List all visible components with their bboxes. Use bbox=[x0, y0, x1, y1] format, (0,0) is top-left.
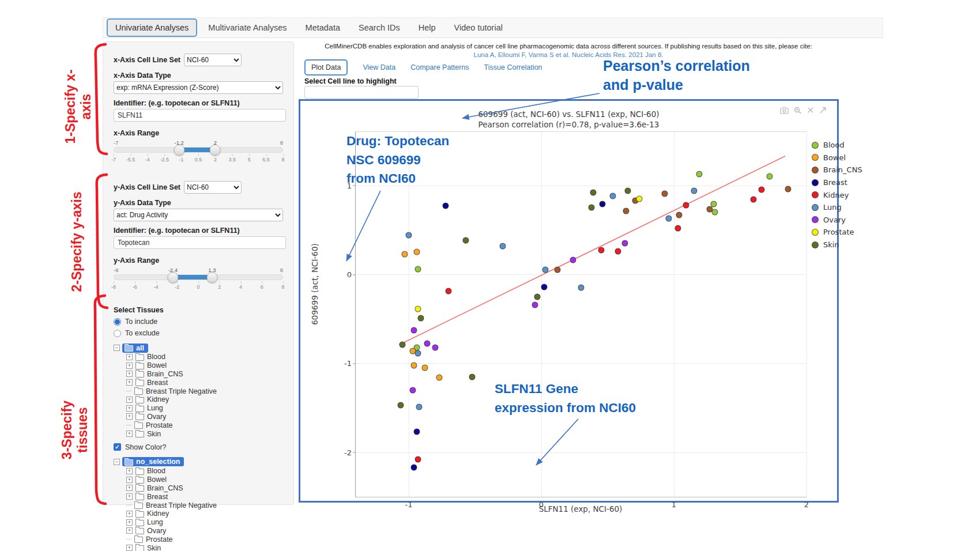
legend-item-prostate[interactable]: Prostate bbox=[812, 226, 862, 239]
expand-icon[interactable]: + bbox=[126, 545, 133, 551]
tree-root-label: all bbox=[136, 344, 144, 352]
tree-item-breast-triple-negative[interactable]: Breast Triple Negative bbox=[114, 501, 283, 510]
nav-tab-metadata[interactable]: Metadata bbox=[298, 20, 348, 36]
tree-item-breast-triple-negative[interactable]: Breast Triple Negative bbox=[114, 387, 283, 395]
tree-root-no_selection[interactable]: −no_selection bbox=[114, 457, 283, 467]
legend-item-lung[interactable]: Lung bbox=[812, 201, 862, 214]
legend-item-ovary[interactable]: Ovary bbox=[812, 214, 862, 227]
expand-icon[interactable]: + bbox=[126, 371, 133, 377]
tissues-include-radio[interactable]: To include bbox=[114, 318, 283, 326]
subtab-compare-patterns[interactable]: Compare Patterns bbox=[410, 63, 469, 71]
expand-icon[interactable]: + bbox=[126, 397, 133, 403]
slider-track[interactable] bbox=[114, 274, 283, 280]
tree-item-kidney[interactable]: +Kidney bbox=[114, 510, 283, 518]
expand-icon[interactable]: + bbox=[126, 468, 133, 474]
show-color-checkbox[interactable]: ✓ Show Color? bbox=[114, 443, 283, 451]
tree-root-all[interactable]: −all bbox=[114, 343, 283, 353]
tree-item-breast[interactable]: +Breast bbox=[114, 378, 283, 387]
expand-icon[interactable]: + bbox=[126, 405, 133, 412]
tree-item-ovary[interactable]: +Ovary bbox=[114, 527, 283, 535]
tree-item-blood[interactable]: +Blood bbox=[114, 467, 283, 475]
data-point-brain_cns bbox=[623, 208, 630, 214]
camera-icon[interactable] bbox=[780, 107, 789, 114]
expand-icon[interactable]: + bbox=[126, 519, 133, 526]
data-point-ovary bbox=[411, 327, 417, 334]
nav-tab-univariate-analyses[interactable]: Univariate Analyses bbox=[107, 18, 197, 37]
tree-item-skin[interactable]: +Skin bbox=[114, 429, 283, 438]
y-range-slider[interactable]: -88-2.41.3-8-6-4-202468 bbox=[114, 267, 283, 296]
legend-item-kidney[interactable]: Kidney bbox=[812, 188, 862, 201]
legend-swatch bbox=[812, 179, 819, 186]
y-identifier-input[interactable] bbox=[114, 236, 286, 249]
tree-item-skin[interactable]: +Skin bbox=[114, 544, 283, 551]
tree-item-bowel[interactable]: +Bowel bbox=[114, 361, 283, 370]
expand-icon[interactable]: + bbox=[126, 511, 133, 517]
data-point-blood bbox=[415, 266, 421, 272]
highlight-cell-line-input[interactable] bbox=[304, 86, 419, 99]
expand-icon[interactable]: + bbox=[126, 413, 133, 420]
x-data-type-select[interactable]: exp: mRNA Expression (Z-Score) bbox=[114, 81, 283, 94]
data-point-blood bbox=[766, 173, 772, 180]
expand-icon[interactable]: + bbox=[126, 363, 133, 369]
tree-item-prostate[interactable]: Prostate bbox=[114, 421, 283, 429]
legend-item-breast[interactable]: Breast bbox=[812, 176, 862, 189]
tree-item-ovary[interactable]: +Ovary bbox=[114, 413, 283, 421]
expand-icon[interactable]: + bbox=[126, 354, 133, 360]
legend-item-bowel[interactable]: Bowel bbox=[812, 152, 862, 164]
collapse-icon[interactable]: − bbox=[114, 345, 120, 351]
tree-item-lung[interactable]: +Lung bbox=[114, 404, 283, 413]
slider-value-labels: -78-1.22 bbox=[114, 139, 283, 147]
data-point-lung bbox=[610, 193, 616, 199]
expand-icon[interactable]: + bbox=[126, 379, 133, 386]
slider-tick-labels: -7-5.5-4-2.5-10.523.556.58 bbox=[114, 154, 283, 164]
expand-icon[interactable]: + bbox=[126, 431, 133, 437]
data-point-kidney bbox=[683, 202, 689, 208]
y-data-type-select[interactable]: act: Drug Activity bbox=[114, 209, 283, 221]
expand-icon[interactable]: + bbox=[126, 477, 133, 483]
tree-item-kidney[interactable]: +Kidney bbox=[114, 395, 283, 404]
x-cell-line-set-select[interactable]: NCI-60 bbox=[184, 54, 242, 66]
expand-icon[interactable]: + bbox=[126, 527, 133, 534]
nav-tab-video-tutorial[interactable]: Video tutorial bbox=[447, 20, 510, 36]
legend-swatch bbox=[812, 204, 819, 211]
folder-icon bbox=[135, 511, 144, 518]
tree-item-blood[interactable]: +Blood bbox=[114, 353, 283, 361]
zoom-in-icon[interactable] bbox=[794, 107, 802, 114]
folder-icon bbox=[125, 459, 133, 466]
tree-item-breast[interactable]: +Breast bbox=[114, 492, 283, 501]
nav-tab-help[interactable]: Help bbox=[411, 20, 443, 36]
y-cell-line-set-label: y-Axis Cell Line Set bbox=[114, 183, 180, 191]
collapse-icon[interactable]: − bbox=[114, 459, 120, 465]
x-identifier-input[interactable] bbox=[114, 109, 286, 122]
subtab-plot-data[interactable]: Plot Data bbox=[304, 59, 348, 76]
y-cell-line-set-select[interactable]: NCI-60 bbox=[184, 181, 242, 194]
legend-item-skin[interactable]: Skin bbox=[812, 239, 862, 251]
legend-item-brain_cns[interactable]: Brain_CNS bbox=[812, 164, 862, 176]
tree-item-bowel[interactable]: +Bowel bbox=[114, 475, 283, 484]
expand-icon[interactable]: + bbox=[126, 485, 133, 491]
slider-tick: 8 bbox=[281, 157, 284, 163]
tissues-exclude-radio[interactable]: To exclude bbox=[114, 329, 283, 337]
expand-icon[interactable]: + bbox=[126, 493, 133, 500]
data-point-skin bbox=[590, 189, 596, 195]
tree-item-lung[interactable]: +Lung bbox=[114, 518, 283, 527]
drug-annotation: Drug: Topotecan NSC 609699 from NCI60 bbox=[346, 132, 449, 188]
subtab-view-data[interactable]: View Data bbox=[363, 63, 395, 71]
folder-icon bbox=[135, 477, 144, 484]
subtab-tissue-correlation[interactable]: Tissue Correlation bbox=[484, 63, 542, 71]
x-range-slider[interactable]: -78-1.22-7-5.5-4-2.5-10.523.556.58 bbox=[114, 139, 283, 168]
data-point-brain_cns bbox=[785, 186, 791, 192]
folder-icon bbox=[134, 503, 143, 509]
tree-item-prostate[interactable]: Prostate bbox=[114, 535, 283, 544]
legend-item-blood[interactable]: Blood bbox=[812, 139, 862, 152]
slider-track[interactable] bbox=[114, 147, 283, 153]
tissue-tree-include: −all+Blood+Bowel+Brain_CNS+BreastBreast … bbox=[114, 343, 283, 438]
expand-icon[interactable] bbox=[819, 107, 827, 114]
nav-tab-multivariate-analyses[interactable]: Multivariate Analyses bbox=[201, 20, 294, 36]
tree-item-brain_cns[interactable]: +Brain_CNS bbox=[114, 370, 283, 379]
tree-item-brain_cns[interactable]: +Brain_CNS bbox=[114, 484, 283, 493]
close-icon[interactable] bbox=[807, 107, 814, 114]
slider-tick: -5.5 bbox=[126, 157, 135, 163]
nav-tab-search-ids[interactable]: Search IDs bbox=[351, 20, 408, 36]
citation-link[interactable]: Luna A, Elloumi F, Varma S et al. Nuclei… bbox=[300, 51, 837, 58]
